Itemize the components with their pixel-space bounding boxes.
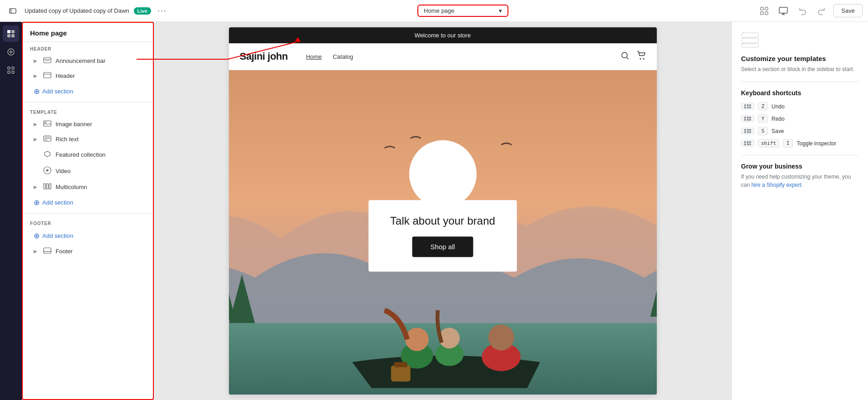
plus-icon: ⊕ — [34, 87, 40, 96]
sidebar-item-featured-collection[interactable]: Featured collection — [26, 147, 149, 162]
sidebar-item-label: Multicolumn — [56, 184, 142, 190]
topbar-right: Save — [757, 4, 863, 18]
svg-point-45 — [409, 140, 476, 208]
sidebar-item-image-banner[interactable]: ▶ Image banner — [26, 117, 149, 131]
sidebar: Home page HEADER ▶ Announcement bar ▶ He… — [22, 22, 154, 400]
sidebar-item-video[interactable]: Video — [26, 163, 149, 179]
redo-button[interactable] — [814, 4, 829, 18]
hero-background: Talk about your brand Shop all — [229, 70, 657, 395]
sidebar-item-label: Featured collection — [56, 151, 142, 158]
hero-card: Talk about your brand Shop all — [368, 200, 517, 272]
keyboard-mod-icon — [741, 115, 754, 123]
right-panel: Customize your templates Select a sectio… — [731, 22, 868, 400]
nav-link-home[interactable]: Home — [306, 53, 322, 60]
sidebar-footer-add-section[interactable]: ⊕ Add section — [26, 228, 149, 243]
more-button[interactable]: ··· — [156, 6, 169, 15]
sidebar-item-footer[interactable]: ▶ Footer — [26, 244, 149, 258]
desktop-device-button[interactable] — [776, 4, 791, 18]
shortcut-label-save: Save — [772, 128, 784, 134]
svg-rect-17 — [8, 71, 10, 73]
add-section-label: Add section — [42, 88, 73, 95]
topbar-left: Updated copy of Updated copy of Dawn Liv… — [5, 4, 169, 18]
sidebar-header-add-section[interactable]: ⊕ Add section — [26, 84, 149, 99]
svg-rect-66 — [742, 44, 758, 47]
shortcut-label-inspector: Toggle inspector — [797, 140, 836, 147]
panel-divider — [741, 82, 859, 82]
add-section-label: Add section — [42, 232, 73, 239]
svg-rect-33 — [46, 184, 48, 189]
svg-point-57 — [405, 328, 428, 351]
cart-icon[interactable] — [637, 51, 646, 62]
sections-nav-button[interactable] — [3, 26, 19, 42]
svg-point-61 — [488, 324, 514, 350]
sidebar-item-multicolumn[interactable]: ▶ Multicolumn — [26, 180, 149, 194]
svg-rect-6 — [779, 7, 787, 13]
store-logo: Sajini john — [240, 51, 288, 62]
shortcut-label-redo: Redo — [772, 116, 785, 122]
preview-frame: Welcome to our store Sajini john Home Ca… — [229, 27, 657, 395]
dropdown-arrow-icon: ▾ — [499, 7, 502, 14]
sidebar-item-rich-text[interactable]: ▶ Rich text — [26, 132, 149, 146]
svg-rect-35 — [44, 248, 51, 253]
shortcut-label-undo: Undo — [772, 103, 785, 110]
sidebar-item-label: Announcement bar — [56, 57, 142, 64]
svg-rect-16 — [12, 67, 14, 69]
svg-rect-3 — [765, 7, 768, 10]
sidebar-item-label: Video — [56, 168, 142, 174]
customize-section — [741, 31, 859, 49]
video-icon — [43, 166, 52, 176]
inspector-button[interactable] — [757, 4, 772, 18]
sidebar-item-header[interactable]: ▶ Header — [26, 69, 149, 83]
sidebar-divider — [23, 102, 153, 103]
keyboard-mod-icon — [741, 103, 754, 110]
sidebar-section-template-label: TEMPLATE — [23, 105, 153, 117]
plus-icon: ⊕ — [34, 198, 40, 207]
keyboard-title: Keyboard shortcuts — [741, 89, 859, 97]
announcement-bar-icon — [43, 57, 52, 65]
nav-link-catalog[interactable]: Catalog — [333, 53, 353, 60]
multicolumn-icon — [43, 183, 52, 191]
undo-button[interactable] — [795, 4, 810, 18]
sidebar-template-add-section[interactable]: ⊕ Add section — [26, 195, 149, 210]
hire-shopify-expert-link[interactable]: hire a Shopify expert — [751, 182, 802, 188]
svg-rect-12 — [7, 34, 10, 37]
shortcut-row-inspector: shift I Toggle inspector — [741, 139, 859, 148]
svg-rect-4 — [761, 12, 763, 15]
sidebar-item-label: Footer — [56, 248, 142, 255]
svg-point-40 — [622, 52, 627, 58]
page-selector[interactable]: Home page ▾ — [417, 5, 508, 17]
svg-marker-31 — [46, 169, 49, 172]
svg-rect-13 — [11, 34, 15, 37]
expand-arrow-icon: ▶ — [34, 58, 39, 63]
svg-rect-34 — [49, 184, 51, 189]
svg-rect-15 — [8, 67, 10, 69]
back-button[interactable] — [5, 4, 20, 18]
sidebar-item-label: Header — [56, 72, 142, 79]
hero-card-title: Talk about your brand — [390, 215, 495, 227]
save-button[interactable]: Save — [833, 4, 863, 17]
svg-rect-0 — [10, 9, 16, 13]
sidebar-item-announcement-bar[interactable]: ▶ Announcement bar — [26, 54, 149, 68]
blocks-nav-button[interactable] — [3, 62, 19, 78]
keyboard-mod-icon — [741, 140, 754, 147]
icon-navigation — [0, 22, 22, 400]
search-icon[interactable] — [620, 51, 629, 62]
customize-title: Customize your templates — [741, 55, 859, 62]
sidebar-section-footer-label: FOOTER — [23, 216, 153, 228]
customize-desc: Select a section or block in the sidebar… — [741, 65, 859, 73]
keyboard-key-y: Y — [758, 114, 768, 123]
apps-nav-button[interactable] — [3, 44, 19, 60]
store-nav: Sajini john Home Catalog — [229, 43, 657, 70]
sidebar-item-label: Image banner — [56, 121, 142, 128]
keyboard-mod-icon — [741, 128, 754, 135]
sidebar-divider-2 — [23, 213, 153, 214]
svg-rect-5 — [765, 12, 768, 15]
shortcut-row-redo: Y Redo — [741, 114, 859, 123]
hero-area: Talk about your brand Shop all — [229, 70, 657, 395]
shop-all-button[interactable]: Shop all — [412, 236, 473, 257]
svg-point-43 — [643, 58, 644, 59]
svg-line-41 — [627, 57, 629, 59]
sidebar-item-label: Rich text — [56, 136, 142, 143]
topbar: Updated copy of Updated copy of Dawn Liv… — [0, 0, 868, 22]
svg-rect-65 — [742, 38, 758, 43]
